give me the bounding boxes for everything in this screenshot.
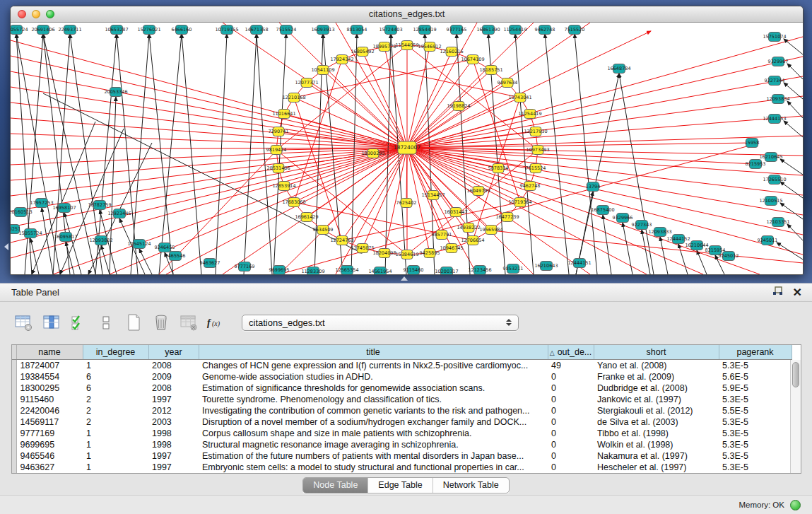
table-cell[interactable]: 5.3E-5: [719, 394, 792, 405]
graph-node[interactable]: 9462748: [535, 25, 555, 35]
table-cell[interactable]: Yano et al. (2008): [594, 360, 719, 372]
table-cell[interactable]: Estimation of significance thresholds fo…: [199, 382, 548, 394]
table-row[interactable]: 1830029562008Estimation of significance …: [12, 382, 792, 394]
graph-node[interactable]: 9377165: [447, 25, 467, 35]
column-header-year[interactable]: year: [148, 345, 199, 360]
divider-grip-icon[interactable]: [401, 276, 408, 281]
table-cell[interactable]: 49: [548, 360, 594, 372]
table-cell[interactable]: 2009: [148, 371, 199, 382]
network-view-window[interactable]: citations_edges.txt 14055724206914062249…: [10, 6, 804, 275]
graph-node[interactable]: 16095817: [54, 233, 77, 242]
graph-node[interactable]: 16961429: [295, 213, 318, 222]
graph-node[interactable]: 13794: [586, 182, 601, 192]
table-cell[interactable]: Investigating the contribution of common…: [199, 405, 548, 416]
table-row[interactable]: 1938455462009Genome-wide association stu…: [12, 371, 792, 382]
table-cell[interactable]: 0: [548, 416, 594, 428]
graph-node[interactable]: 10674109: [461, 55, 484, 64]
column-header-in_degree[interactable]: in_degree: [83, 345, 148, 360]
float-panel-icon[interactable]: [772, 286, 783, 299]
graph-node[interactable]: 7515520: [565, 25, 585, 35]
graph-node[interactable]: 10973493: [526, 146, 549, 155]
graph-node[interactable]: 16477239: [495, 213, 519, 222]
table-cell[interactable]: 2012: [148, 405, 199, 416]
table-cell[interactable]: 0: [548, 371, 594, 382]
graph-node[interactable]: 16049799: [466, 187, 490, 196]
table-cell[interactable]: Wolkin et al. (1998): [594, 439, 719, 450]
window-minimize-button[interactable]: [32, 10, 40, 18]
graph-node[interactable]: 11283309: [301, 267, 324, 275]
table-cell[interactable]: Disruption of a novel member of a sodium…: [199, 416, 548, 428]
graph-node[interactable]: 9227343: [632, 221, 652, 230]
graph-node[interactable]: 17683068: [282, 198, 305, 207]
graph-node[interactable]: 22493711: [58, 25, 81, 35]
graph-node[interactable]: 13251: [11, 225, 20, 234]
graph-node[interactable]: 9497634: [498, 78, 518, 88]
table-cell[interactable]: 1998: [148, 439, 199, 450]
delete-trash-icon[interactable]: [151, 312, 172, 333]
graph-node[interactable]: 9463627: [200, 259, 220, 268]
rows-icon[interactable]: [95, 312, 117, 333]
graph-node[interactable]: 19565984: [479, 226, 502, 235]
function-builder-icon[interactable]: f (x): [206, 312, 227, 333]
table-cell[interactable]: 0: [548, 428, 594, 439]
graph-node[interactable]: 9777169: [235, 262, 255, 271]
table-cell[interactable]: 5.3E-5: [719, 439, 792, 450]
table-cell[interactable]: 1998: [148, 428, 199, 439]
graph-node[interactable]: 15384619: [395, 250, 418, 259]
graph-node[interactable]: 15743041: [508, 93, 531, 103]
table-cell[interactable]: Jankovic et al. (1997): [594, 394, 719, 405]
graph-node[interactable]: 12103351: [766, 218, 789, 227]
graph-node[interactable]: 18185751: [479, 66, 502, 75]
graph-node[interactable]: 8215953: [746, 160, 766, 169]
graph-node[interactable]: 7515524: [526, 164, 546, 173]
table-cell[interactable]: Stergiakouli et al. (2012): [594, 405, 719, 416]
graph-node[interactable]: 9425895: [420, 249, 440, 258]
table-cell[interactable]: Nakamura et al. (1997): [594, 450, 719, 462]
table-row[interactable]: 1456911722003Disruption of a novel membe…: [12, 416, 792, 428]
table-cell[interactable]: 1997: [148, 462, 199, 473]
graph-node[interactable]: 16210643: [534, 262, 558, 271]
table-row[interactable]: 977716911998Corpus callosum shape and si…: [12, 428, 792, 439]
table-cell[interactable]: Tourette syndrome. Phenomenology and cla…: [199, 394, 548, 405]
table-cell[interactable]: 0: [548, 462, 594, 473]
graph-node[interactable]: 19546912: [418, 42, 441, 52]
graph-node[interactable]: 7625402: [396, 199, 417, 208]
graph-node[interactable]: 9853211: [503, 264, 524, 274]
graph-node[interactable]: 20691406: [31, 25, 54, 35]
table-mode-icon[interactable]: [13, 312, 34, 333]
graph-node[interactable]: 16648784: [607, 64, 630, 74]
table-selector[interactable]: citations_edges.txt: [242, 315, 519, 331]
graph-node[interactable]: 9227344: [765, 76, 785, 86]
graph-node[interactable]: 9246455: [155, 243, 175, 252]
table-cell[interactable]: 2008: [148, 360, 199, 372]
table-cell[interactable]: 5.3E-5: [719, 462, 792, 473]
graph-node[interactable]: 12123456: [468, 266, 491, 275]
table-cell[interactable]: 5.6E-5: [719, 371, 792, 382]
graph-node[interactable]: 12745075: [351, 244, 374, 253]
close-panel-icon[interactable]: ✕: [793, 284, 802, 301]
table-cell[interactable]: Embryonic stem cells: a model to study s…: [199, 462, 548, 473]
table-cell[interactable]: 6: [83, 371, 148, 382]
graph-node[interactable]: 10545124: [127, 240, 151, 249]
graph-node[interactable]: 16093913: [311, 25, 334, 35]
tab-network-table[interactable]: Network Table: [433, 478, 509, 493]
table-cell[interactable]: de Silva et al. (2003): [594, 416, 719, 428]
table-row[interactable]: 969969511998Structural magnetic resonanc…: [12, 439, 792, 450]
graph-node[interactable]: 15276021: [137, 25, 160, 35]
graph-node[interactable]: 8813054: [347, 25, 367, 35]
table-cell[interactable]: 5.3E-5: [719, 450, 792, 462]
graph-node[interactable]: 16210645: [759, 153, 782, 162]
table-cell[interactable]: 0: [548, 394, 594, 405]
graph-node[interactable]: 9465546: [165, 252, 186, 261]
graph-node[interactable]: 12093834: [766, 95, 789, 104]
graph-node[interactable]: 9245011: [758, 236, 778, 245]
graph-node[interactable]: 15958: [745, 139, 760, 148]
table-cell[interactable]: 19384554: [16, 371, 83, 382]
table-cell[interactable]: 18300295: [16, 382, 83, 394]
graph-node[interactable]: 17957253: [30, 199, 53, 208]
delete-table-disabled-icon[interactable]: [178, 312, 199, 333]
splitter-collapse-icon[interactable]: [1, 243, 8, 250]
table-cell[interactable]: Dudbridge et al. (2008): [594, 382, 719, 394]
table-cell[interactable]: 0: [548, 439, 594, 450]
graph-node[interactable]: 11544059: [395, 41, 418, 50]
